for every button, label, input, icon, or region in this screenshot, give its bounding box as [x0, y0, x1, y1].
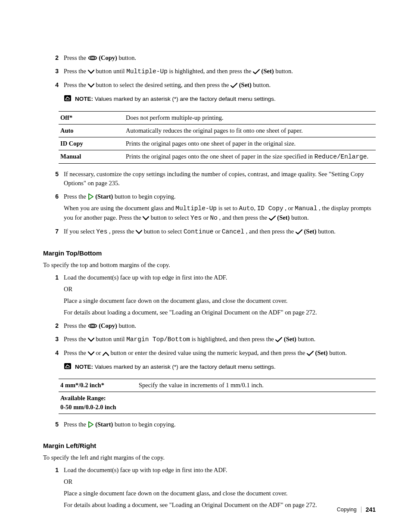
text: button to begin copying. [115, 193, 176, 200]
step-4: 4 Press the or button or enter the desir… [43, 348, 376, 360]
code: Auto [239, 205, 254, 212]
text: is highlighted, and then press the [192, 336, 276, 342]
text: or [215, 228, 222, 235]
step-number: 7 [43, 227, 64, 239]
button-label: (Set) [239, 81, 252, 88]
text: button. [253, 81, 271, 88]
text: button to select [151, 214, 190, 221]
check-icon [253, 69, 260, 75]
chevron-down-icon [88, 351, 94, 356]
step-1: 1 Load the document(s) face up with top … [43, 273, 376, 320]
code: ID Copy [257, 205, 283, 212]
check-icon [296, 229, 302, 235]
option-key: Auto [59, 124, 124, 137]
text: Place a single document face down on the… [64, 296, 376, 305]
text: button. [119, 322, 137, 329]
text: button. [275, 68, 293, 75]
note-text: Values marked by an asterisk (*) are the… [93, 96, 276, 102]
note-label: NOTE: [75, 96, 93, 102]
option-key: 4 mm*/0.2 inch* [59, 379, 137, 392]
step-4: 4 Press the button to select the desired… [43, 81, 376, 92]
check-icon [275, 337, 282, 342]
text: If necessary, customize the copy setting… [64, 170, 376, 188]
heading-margin-top-bottom: Margin Top/Bottom [43, 249, 376, 258]
chevron-down-icon [88, 337, 94, 342]
page-number: 241 [366, 505, 376, 514]
option-value: Prints the original pages onto one sheet… [124, 137, 376, 150]
text: Press the [64, 349, 88, 356]
chevron-up-icon [103, 351, 109, 356]
chevron-down-icon [136, 230, 142, 235]
svg-rect-5 [64, 363, 71, 369]
check-icon [307, 351, 314, 356]
text: button. [318, 228, 336, 235]
option-value: Does not perform multiple-up printing. [124, 111, 376, 124]
options-table-2: 4 mm*/0.2 inch* Specify the value in inc… [59, 379, 376, 414]
text: Press the [64, 336, 88, 342]
code: Yes [96, 228, 107, 235]
text: button or enter the desired value using … [111, 349, 307, 356]
text: , press the [109, 228, 136, 235]
option-key: Off* [59, 111, 124, 124]
footer-section: Copying [337, 506, 357, 513]
step-number: 5 [43, 420, 64, 432]
text: For details about loading a document, se… [64, 308, 376, 317]
text: Press the [64, 421, 88, 428]
step-number: 4 [43, 81, 64, 92]
text: or [203, 214, 210, 221]
text: Place a single document face down on the… [64, 489, 376, 498]
text: , or [285, 205, 295, 212]
check-icon [269, 215, 276, 221]
button-label: (Set) [284, 336, 296, 342]
code: Multiple-Up [175, 205, 217, 212]
text: button. [329, 349, 347, 356]
note-icon [64, 95, 72, 102]
button-label: (Set) [277, 214, 290, 221]
step-5: 5 Press the (Start) button to begin copy… [43, 420, 376, 432]
text: Press the [64, 193, 88, 200]
chevron-down-icon [88, 83, 94, 88]
svg-point-4 [90, 325, 94, 327]
code: Continue [184, 228, 214, 235]
text: Press the [64, 322, 88, 329]
step-number: 2 [43, 321, 64, 333]
text: OR [64, 285, 376, 294]
button-label: (Set) [304, 228, 317, 235]
text: Press the [64, 68, 88, 75]
text: Press the [64, 81, 88, 88]
text: OR [64, 477, 376, 486]
table-row: Auto Automatically reduces the original … [59, 124, 376, 137]
note: NOTE: Values marked by an asterisk (*) a… [64, 95, 376, 103]
code: No [210, 215, 218, 221]
option-value: Automatically reduces the original pages… [124, 124, 376, 137]
step-6: 6 Press the (Start) button to begin copy… [43, 192, 376, 225]
button-label: (Copy) [99, 322, 117, 329]
text: For details about loading a document, se… [64, 501, 376, 510]
text: If you select [64, 228, 96, 235]
text: or [96, 349, 103, 356]
text: , and then press the [219, 214, 269, 221]
text: is set to [218, 205, 239, 212]
lead-text: To specify the top and bottom margins of… [43, 261, 376, 270]
step-3: 3 Press the button until Multiple-Up is … [43, 67, 376, 79]
svg-rect-2 [64, 95, 71, 101]
text: button. [291, 214, 309, 221]
step-number: 1 [43, 466, 64, 512]
step-7: 7 If you select Yes , press the button t… [43, 227, 376, 239]
step-number: 3 [43, 67, 64, 79]
svg-point-1 [90, 57, 94, 59]
text: When you are using the document glass an… [64, 205, 175, 212]
code: Manual [295, 205, 317, 212]
text: button to select the desired setting, an… [96, 81, 230, 88]
text: button. [298, 336, 315, 342]
note-icon [64, 363, 72, 370]
lead-text: To specify the left and right margins of… [43, 453, 376, 462]
note-label: NOTE: [75, 364, 93, 370]
options-table: Off* Does not perform multiple-up printi… [59, 111, 376, 164]
option-value [137, 392, 376, 414]
button-label: (Set) [315, 349, 328, 356]
copy-icon [88, 323, 97, 329]
step-2: 2 Press the (Copy) button. [43, 53, 376, 65]
step-number: 1 [43, 273, 64, 320]
copy-icon [88, 55, 97, 61]
